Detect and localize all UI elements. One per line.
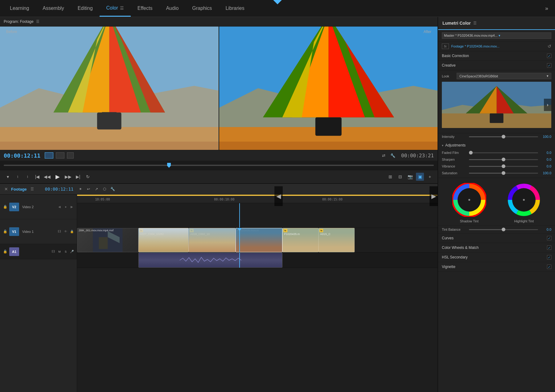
clip-6[interactable]: fx A01S_C — [319, 228, 355, 252]
v2-next-btn[interactable]: ▶ — [69, 204, 74, 209]
v1-film-icon[interactable]: 🎞 — [57, 229, 62, 234]
rewind-btn[interactable]: ◀◀ — [43, 173, 51, 181]
right-panel-left-arrow[interactable]: ▶ — [430, 186, 438, 206]
tint-balance-thumb[interactable] — [502, 228, 505, 231]
track-label-v1: 🔒 V1 Video 1 🎞 👁 🔒 — [0, 219, 77, 244]
master-dropdown[interactable]: Master * P1020436.mov.mov.mp4... ▾ — [442, 32, 551, 39]
vignette-checkbox[interactable] — [547, 265, 551, 269]
nav-item-audio[interactable]: Audio — [159, 0, 185, 17]
intensity-slider-thumb[interactable] — [502, 135, 505, 138]
wrench-btn[interactable]: 🔧 — [109, 186, 116, 192]
vibrance-fill — [469, 166, 504, 167]
lumetri-menu-icon[interactable]: ☰ — [473, 21, 477, 25]
creative-checkbox[interactable] — [547, 63, 551, 68]
nav-more-button[interactable]: » — [541, 5, 552, 12]
vibrance-track[interactable] — [469, 166, 538, 167]
clip-5[interactable]: fx P1020435.m — [282, 228, 319, 252]
nav-item-graphics[interactable]: Graphics — [185, 0, 219, 17]
saturation-track[interactable] — [469, 173, 538, 174]
nav-item-assembly[interactable]: Assembly — [36, 0, 71, 17]
sharpen-thumb[interactable] — [502, 158, 505, 161]
play-btn[interactable]: ▶ — [53, 172, 62, 181]
clip-1[interactable]: 28IK_001.mov.mov.mp4.mxf — [77, 228, 138, 252]
curves-section[interactable]: Curves — [438, 233, 555, 243]
after-label: After — [424, 30, 431, 34]
nav-item-color[interactable]: Color ☰ — [100, 0, 131, 17]
reset-btn[interactable]: ↺ — [548, 44, 551, 49]
vibrance-thumb[interactable] — [502, 164, 505, 168]
nav-item-editing[interactable]: Editing — [71, 0, 100, 17]
insert-btn[interactable]: ⊞ — [386, 173, 394, 181]
sharpen-track[interactable] — [469, 159, 538, 160]
basic-correction-section[interactable]: Basic Correction — [438, 51, 555, 61]
prev-edit-btn[interactable]: ⌇ — [14, 173, 22, 181]
undo-btn[interactable]: ↩ — [85, 186, 92, 192]
settings-btn[interactable]: 🔧 — [389, 152, 396, 159]
v1-eye-btn[interactable]: 👁 — [63, 229, 68, 234]
clip-4-selected[interactable]: P1020436.mov.m — [236, 228, 282, 252]
a1-mic-icon[interactable]: 🎤 — [69, 249, 74, 254]
tint-balance-track[interactable] — [469, 229, 538, 230]
look-dropdown[interactable]: CineSpace2383sRGB6bit ▾ — [457, 73, 551, 79]
loop-btn[interactable]: ↻ — [84, 173, 92, 181]
hsl-secondary-checkbox[interactable] — [547, 255, 551, 259]
step-forward-btn[interactable]: ▶| — [74, 173, 82, 181]
timeline-close-btn[interactable]: ✕ — [4, 187, 9, 192]
shadow-tint-wheel[interactable] — [452, 183, 486, 217]
nav-item-libraries[interactable]: Libraries — [219, 0, 251, 17]
hsl-secondary-section[interactable]: HSL Secondary — [438, 253, 555, 262]
nav-item-learning[interactable]: Learning — [3, 0, 36, 17]
safe-zone-icon[interactable] — [67, 152, 74, 159]
faded-film-thumb[interactable] — [469, 151, 473, 155]
color-wheels-checkbox[interactable] — [547, 246, 551, 250]
overwrite-btn[interactable]: ⊟ — [396, 173, 404, 181]
v2-eye-btn[interactable]: ● — [63, 204, 68, 209]
transport-right-group: ⊞ ⊟ 📷 ▣ + — [386, 173, 434, 181]
highlight-tint-wheel[interactable] — [507, 183, 541, 217]
basic-correction-checkbox[interactable] — [547, 54, 551, 58]
clip-2[interactable]: fx A027_C004_10282 — [138, 228, 189, 252]
creative-section[interactable]: Creative — [438, 61, 555, 70]
color-wheels-match-section[interactable]: Color Wheels & Match — [438, 243, 555, 253]
intensity-slider-track[interactable] — [469, 136, 538, 137]
in-out-icon[interactable] — [45, 152, 53, 159]
mark-in-btn[interactable]: ▾ — [4, 173, 12, 181]
multi-cam-btn[interactable]: ▣ — [416, 173, 424, 181]
curves-checkbox[interactable] — [547, 236, 551, 240]
a1-lock-icon[interactable]: 🔒 — [3, 250, 7, 254]
left-panel-right-arrow[interactable]: ◀ — [274, 186, 283, 206]
timeline-menu-icon[interactable]: ☰ — [31, 187, 34, 191]
clip-3[interactable]: fx A028_C002_10 — [189, 228, 236, 252]
audio-clip-1[interactable] — [138, 253, 283, 268]
extract-btn[interactable]: ↗ — [93, 186, 100, 192]
next-edit-btn[interactable]: ⌇ — [23, 173, 31, 181]
faded-film-track[interactable] — [469, 152, 538, 153]
intensity-slider-fill — [469, 136, 504, 137]
nav-item-effects[interactable]: Effects — [131, 0, 159, 17]
ripple-tool-btn[interactable]: ✴ — [77, 186, 84, 192]
sync-btn[interactable]: ⇄ — [380, 152, 387, 159]
scrub-track[interactable] — [4, 165, 434, 166]
monitor-menu-icon[interactable]: ☰ — [36, 19, 39, 24]
vignette-section[interactable]: Vignette — [438, 262, 555, 272]
full-frame-icon[interactable] — [56, 152, 64, 159]
saturation-thumb[interactable] — [502, 171, 505, 175]
v2-prev-btn[interactable]: ◀ — [57, 204, 62, 209]
v1-lock-btn[interactable]: 🔒 — [69, 229, 74, 234]
scrub-handle[interactable] — [167, 163, 171, 168]
fast-forward-btn[interactable]: ▶▶ — [64, 173, 72, 181]
a1-s-btn[interactable]: S — [63, 249, 68, 254]
step-back-btn[interactable]: |◀ — [33, 173, 41, 181]
look-next-btn[interactable]: › — [544, 99, 551, 111]
color-menu-icon[interactable]: ☰ — [120, 6, 124, 10]
scrub-bar[interactable] — [0, 161, 438, 170]
adjustments-header[interactable]: ▾ Adjustments — [438, 141, 555, 149]
camera-btn[interactable]: 📷 — [406, 173, 414, 181]
v2-lock-icon[interactable]: 🔒 — [3, 205, 7, 209]
lift-btn[interactable]: ⬡ — [101, 186, 108, 192]
add-edit-btn[interactable]: + — [426, 173, 434, 181]
a1-film-icon[interactable]: 🎞 — [51, 249, 56, 254]
time-ruler: 10:05:00 00:00:10:00 00:00:15:00 — [77, 196, 438, 203]
a1-m-btn[interactable]: M — [57, 249, 62, 254]
v1-lock-icon[interactable]: 🔒 — [3, 229, 7, 233]
